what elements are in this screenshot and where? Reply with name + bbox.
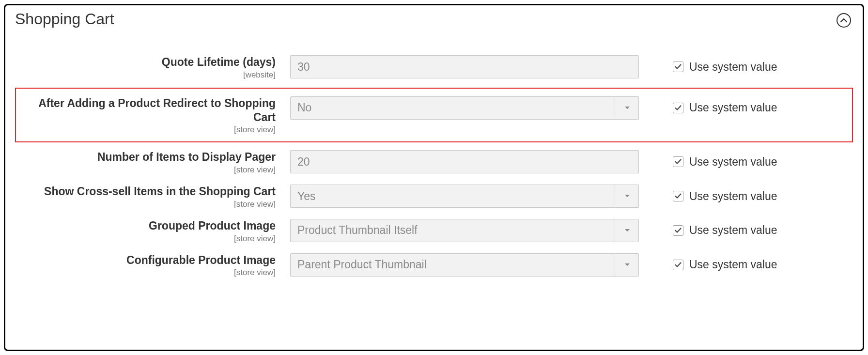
use-system-label: Use system value: [689, 224, 777, 237]
label-col: Number of Items to Display Pager [store …: [19, 150, 290, 175]
field-col: Yes: [290, 185, 639, 208]
chevron-up-icon: [840, 18, 847, 23]
quote-lifetime-input[interactable]: [290, 55, 639, 78]
use-system-col: Use system value: [639, 150, 777, 173]
select-value: Product Thumbnail Itself: [290, 219, 639, 242]
use-system-col: Use system value: [639, 219, 777, 242]
check-icon: [675, 262, 682, 268]
use-system-checkbox[interactable]: [673, 225, 683, 236]
panel-title: Shopping Cart: [15, 10, 114, 28]
field-label: Show Cross-sell Items in the Shopping Ca…: [19, 185, 276, 199]
use-system-checkbox[interactable]: [673, 103, 683, 113]
row-pager-items: Number of Items to Display Pager [store …: [15, 145, 853, 180]
field-col: [290, 150, 639, 173]
use-system-checkbox[interactable]: [673, 260, 683, 270]
field-label: Number of Items to Display Pager: [19, 150, 276, 164]
row-redirect-to-cart: After Adding a Product Redirect to Shopp…: [15, 88, 853, 143]
row-quote-lifetime: Quote Lifetime (days) [website] Use syst…: [15, 50, 853, 85]
grouped-image-select[interactable]: Product Thumbnail Itself: [290, 219, 639, 242]
use-system-col: Use system value: [639, 96, 777, 120]
use-system-col: Use system value: [639, 185, 777, 208]
select-value: Yes: [290, 185, 639, 208]
use-system-label: Use system value: [689, 155, 777, 169]
check-icon: [675, 228, 682, 233]
label-col: Grouped Product Image [store view]: [19, 219, 290, 244]
label-col: Quote Lifetime (days) [website]: [19, 55, 290, 80]
use-system-label: Use system value: [689, 258, 777, 271]
row-configurable-image: Configurable Product Image [store view] …: [15, 248, 853, 283]
check-icon: [675, 105, 682, 111]
collapse-toggle[interactable]: [837, 13, 851, 28]
use-system-label: Use system value: [689, 190, 777, 203]
cross-sell-select[interactable]: Yes: [290, 185, 639, 208]
check-icon: [675, 193, 682, 199]
row-grouped-image: Grouped Product Image [store view] Produ…: [15, 214, 853, 248]
select-value: No: [290, 96, 639, 120]
use-system-col: Use system value: [639, 55, 777, 78]
configurable-image-select[interactable]: Parent Product Thumbnail: [290, 253, 639, 277]
check-icon: [675, 64, 682, 70]
field-scope: [store view]: [19, 200, 276, 209]
use-system-label: Use system value: [689, 61, 777, 74]
use-system-checkbox[interactable]: [673, 62, 683, 72]
use-system-checkbox[interactable]: [673, 191, 683, 201]
shopping-cart-panel: Shopping Cart Quote Lifetime (days) [web…: [4, 4, 864, 351]
field-scope: [store view]: [19, 125, 276, 135]
field-scope: [store view]: [19, 165, 276, 175]
label-col: Show Cross-sell Items in the Shopping Ca…: [19, 185, 290, 209]
field-col: No: [290, 96, 639, 120]
field-label: Grouped Product Image: [19, 219, 276, 233]
field-col: Parent Product Thumbnail: [290, 253, 639, 277]
row-cross-sell: Show Cross-sell Items in the Shopping Ca…: [15, 180, 853, 214]
field-col: [290, 55, 639, 78]
field-scope: [store view]: [19, 268, 276, 278]
field-scope: [website]: [19, 70, 276, 80]
field-label: Configurable Product Image: [19, 253, 276, 267]
label-col: After Adding a Product Redirect to Shopp…: [19, 96, 290, 135]
check-icon: [675, 159, 682, 165]
use-system-checkbox[interactable]: [673, 156, 683, 167]
select-value: Parent Product Thumbnail: [290, 253, 639, 277]
field-scope: [store view]: [19, 234, 276, 244]
use-system-col: Use system value: [639, 253, 777, 277]
use-system-label: Use system value: [689, 101, 777, 114]
redirect-to-cart-select[interactable]: No: [290, 96, 639, 120]
pager-items-input[interactable]: [290, 150, 639, 173]
panel-header: Shopping Cart: [5, 5, 863, 31]
field-col: Product Thumbnail Itself: [290, 219, 639, 242]
field-label: After Adding a Product Redirect to Shopp…: [19, 96, 276, 124]
label-col: Configurable Product Image [store view]: [19, 253, 290, 278]
field-label: Quote Lifetime (days): [19, 55, 276, 69]
config-rows: Quote Lifetime (days) [website] Use syst…: [5, 31, 863, 282]
